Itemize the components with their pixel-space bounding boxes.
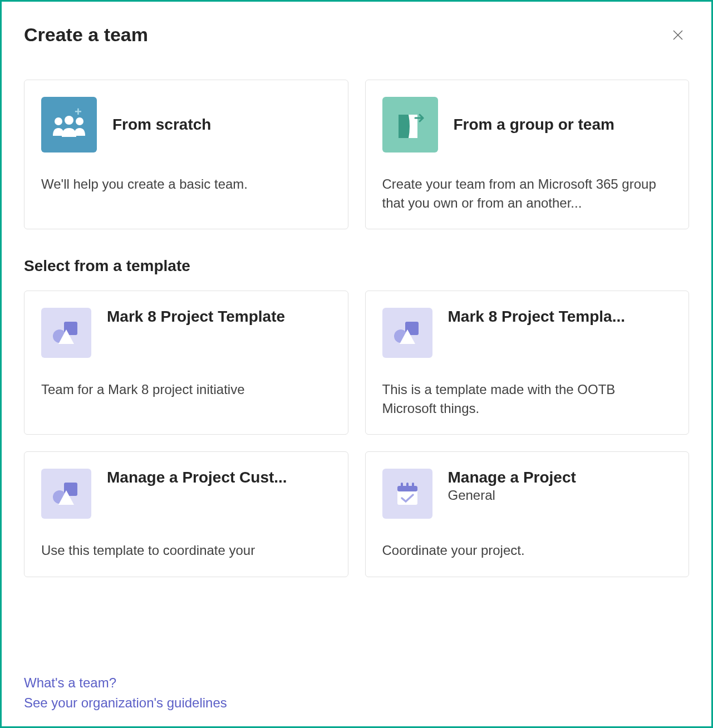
template-description: This is a template made with the OOTB Mi… xyxy=(382,380,672,417)
template-description: Coordinate your project. xyxy=(382,541,672,560)
svg-rect-16 xyxy=(406,483,409,488)
svg-rect-15 xyxy=(401,483,403,488)
template-title: Manage a Project xyxy=(448,469,672,486)
option-from-group[interactable]: From a group or team Create your team fr… xyxy=(365,80,690,229)
shapes-icon xyxy=(382,308,432,358)
option-description: We'll help you create a basic team. xyxy=(41,175,331,194)
close-icon xyxy=(671,28,685,42)
dialog-title: Create a team xyxy=(24,24,148,46)
template-manage-custom[interactable]: Manage a Project Cust... Use this templa… xyxy=(24,451,348,577)
calendar-check-icon xyxy=(382,469,432,519)
template-manage-project[interactable]: Manage a Project General Coordinate your… xyxy=(365,451,690,577)
template-section-title: Select from a template xyxy=(24,257,689,275)
whats-a-team-link[interactable]: What's a team? xyxy=(24,675,689,691)
create-team-dialog: Create a team + xyxy=(2,2,711,726)
group-share-icon xyxy=(382,97,438,153)
dialog-header: Create a team xyxy=(24,24,689,46)
template-title: Mark 8 Project Template xyxy=(107,308,331,326)
shapes-icon xyxy=(41,308,91,358)
shapes-icon xyxy=(41,469,91,519)
option-title: From a group or team xyxy=(454,116,614,134)
option-title: From scratch xyxy=(112,116,211,134)
svg-text:+: + xyxy=(75,108,82,119)
option-from-scratch[interactable]: + From scratch We'll help you create a b… xyxy=(24,80,348,229)
people-plus-icon: + xyxy=(41,97,97,153)
template-mark8-1[interactable]: Mark 8 Project Template Team for a Mark … xyxy=(24,291,348,435)
template-title: Manage a Project Cust... xyxy=(107,469,331,486)
svg-point-5 xyxy=(76,117,83,125)
dialog-footer: What's a team? See your organization's g… xyxy=(2,668,711,726)
templates-grid: Mark 8 Project Template Team for a Mark … xyxy=(24,291,689,577)
dialog-content: + From scratch We'll help you create a b… xyxy=(24,80,689,726)
svg-point-3 xyxy=(55,117,62,125)
template-mark8-2[interactable]: Mark 8 Project Templa... This is a templ… xyxy=(365,291,690,435)
svg-point-4 xyxy=(65,116,73,125)
template-description: Use this template to coordinate your xyxy=(41,541,331,560)
close-button[interactable] xyxy=(667,24,689,46)
template-title: Mark 8 Project Templa... xyxy=(448,308,672,326)
primary-options: + From scratch We'll help you create a b… xyxy=(24,80,689,229)
svg-rect-17 xyxy=(412,483,414,488)
template-subtitle: General xyxy=(448,488,672,503)
org-guidelines-link[interactable]: See your organization's guidelines xyxy=(24,695,689,711)
option-description: Create your team from an Microsoft 365 g… xyxy=(382,175,672,212)
template-description: Team for a Mark 8 project initiative xyxy=(41,380,331,399)
